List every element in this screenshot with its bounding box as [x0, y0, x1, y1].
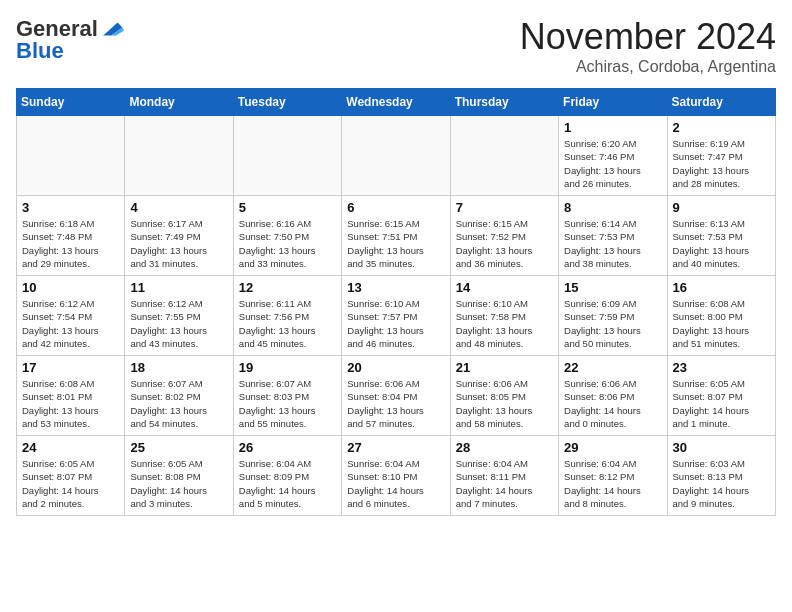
- weekday-header-monday: Monday: [125, 89, 233, 116]
- calendar-cell: 5Sunrise: 6:16 AM Sunset: 7:50 PM Daylig…: [233, 196, 341, 276]
- calendar-cell: 14Sunrise: 6:10 AM Sunset: 7:58 PM Dayli…: [450, 276, 558, 356]
- calendar-cell: 12Sunrise: 6:11 AM Sunset: 7:56 PM Dayli…: [233, 276, 341, 356]
- day-number: 16: [673, 280, 770, 295]
- day-number: 8: [564, 200, 661, 215]
- logo: General Blue: [16, 16, 124, 64]
- day-number: 14: [456, 280, 553, 295]
- weekday-header-thursday: Thursday: [450, 89, 558, 116]
- calendar-cell: 29Sunrise: 6:04 AM Sunset: 8:12 PM Dayli…: [559, 436, 667, 516]
- calendar-cell: 4Sunrise: 6:17 AM Sunset: 7:49 PM Daylig…: [125, 196, 233, 276]
- day-info: Sunrise: 6:19 AM Sunset: 7:47 PM Dayligh…: [673, 137, 770, 190]
- day-info: Sunrise: 6:05 AM Sunset: 8:07 PM Dayligh…: [673, 377, 770, 430]
- day-number: 26: [239, 440, 336, 455]
- calendar-cell: [342, 116, 450, 196]
- calendar-week-row: 3Sunrise: 6:18 AM Sunset: 7:48 PM Daylig…: [17, 196, 776, 276]
- header: General Blue November 2024 Achiras, Cord…: [16, 16, 776, 76]
- day-number: 23: [673, 360, 770, 375]
- day-number: 1: [564, 120, 661, 135]
- day-info: Sunrise: 6:03 AM Sunset: 8:13 PM Dayligh…: [673, 457, 770, 510]
- calendar-cell: 19Sunrise: 6:07 AM Sunset: 8:03 PM Dayli…: [233, 356, 341, 436]
- location: Achiras, Cordoba, Argentina: [520, 58, 776, 76]
- day-number: 20: [347, 360, 444, 375]
- day-number: 12: [239, 280, 336, 295]
- calendar-cell: [125, 116, 233, 196]
- day-number: 4: [130, 200, 227, 215]
- calendar-cell: 2Sunrise: 6:19 AM Sunset: 7:47 PM Daylig…: [667, 116, 775, 196]
- calendar-cell: 7Sunrise: 6:15 AM Sunset: 7:52 PM Daylig…: [450, 196, 558, 276]
- day-number: 21: [456, 360, 553, 375]
- day-number: 27: [347, 440, 444, 455]
- logo-icon: [100, 17, 124, 41]
- calendar-cell: 8Sunrise: 6:14 AM Sunset: 7:53 PM Daylig…: [559, 196, 667, 276]
- calendar-cell: 18Sunrise: 6:07 AM Sunset: 8:02 PM Dayli…: [125, 356, 233, 436]
- day-info: Sunrise: 6:04 AM Sunset: 8:10 PM Dayligh…: [347, 457, 444, 510]
- calendar-cell: [17, 116, 125, 196]
- day-number: 17: [22, 360, 119, 375]
- day-number: 29: [564, 440, 661, 455]
- calendar-cell: 1Sunrise: 6:20 AM Sunset: 7:46 PM Daylig…: [559, 116, 667, 196]
- calendar-cell: 26Sunrise: 6:04 AM Sunset: 8:09 PM Dayli…: [233, 436, 341, 516]
- day-info: Sunrise: 6:13 AM Sunset: 7:53 PM Dayligh…: [673, 217, 770, 270]
- day-info: Sunrise: 6:18 AM Sunset: 7:48 PM Dayligh…: [22, 217, 119, 270]
- calendar-cell: 27Sunrise: 6:04 AM Sunset: 8:10 PM Dayli…: [342, 436, 450, 516]
- calendar-cell: 30Sunrise: 6:03 AM Sunset: 8:13 PM Dayli…: [667, 436, 775, 516]
- calendar-cell: 25Sunrise: 6:05 AM Sunset: 8:08 PM Dayli…: [125, 436, 233, 516]
- calendar-cell: 16Sunrise: 6:08 AM Sunset: 8:00 PM Dayli…: [667, 276, 775, 356]
- calendar-cell: 20Sunrise: 6:06 AM Sunset: 8:04 PM Dayli…: [342, 356, 450, 436]
- month-title: November 2024: [520, 16, 776, 58]
- day-number: 28: [456, 440, 553, 455]
- calendar-week-row: 17Sunrise: 6:08 AM Sunset: 8:01 PM Dayli…: [17, 356, 776, 436]
- calendar-cell: [450, 116, 558, 196]
- day-info: Sunrise: 6:11 AM Sunset: 7:56 PM Dayligh…: [239, 297, 336, 350]
- day-info: Sunrise: 6:05 AM Sunset: 8:08 PM Dayligh…: [130, 457, 227, 510]
- day-number: 30: [673, 440, 770, 455]
- weekday-header-tuesday: Tuesday: [233, 89, 341, 116]
- weekday-header-row: SundayMondayTuesdayWednesdayThursdayFrid…: [17, 89, 776, 116]
- day-number: 9: [673, 200, 770, 215]
- day-number: 7: [456, 200, 553, 215]
- calendar-table: SundayMondayTuesdayWednesdayThursdayFrid…: [16, 88, 776, 516]
- day-info: Sunrise: 6:14 AM Sunset: 7:53 PM Dayligh…: [564, 217, 661, 270]
- calendar-cell: 13Sunrise: 6:10 AM Sunset: 7:57 PM Dayli…: [342, 276, 450, 356]
- calendar-cell: 23Sunrise: 6:05 AM Sunset: 8:07 PM Dayli…: [667, 356, 775, 436]
- day-info: Sunrise: 6:17 AM Sunset: 7:49 PM Dayligh…: [130, 217, 227, 270]
- calendar-cell: 24Sunrise: 6:05 AM Sunset: 8:07 PM Dayli…: [17, 436, 125, 516]
- day-info: Sunrise: 6:04 AM Sunset: 8:11 PM Dayligh…: [456, 457, 553, 510]
- day-number: 3: [22, 200, 119, 215]
- day-number: 22: [564, 360, 661, 375]
- day-number: 25: [130, 440, 227, 455]
- weekday-header-sunday: Sunday: [17, 89, 125, 116]
- svg-marker-0: [103, 23, 122, 36]
- day-info: Sunrise: 6:07 AM Sunset: 8:02 PM Dayligh…: [130, 377, 227, 430]
- day-number: 10: [22, 280, 119, 295]
- day-info: Sunrise: 6:09 AM Sunset: 7:59 PM Dayligh…: [564, 297, 661, 350]
- day-number: 19: [239, 360, 336, 375]
- calendar-week-row: 24Sunrise: 6:05 AM Sunset: 8:07 PM Dayli…: [17, 436, 776, 516]
- weekday-header-friday: Friday: [559, 89, 667, 116]
- day-info: Sunrise: 6:05 AM Sunset: 8:07 PM Dayligh…: [22, 457, 119, 510]
- calendar-cell: 10Sunrise: 6:12 AM Sunset: 7:54 PM Dayli…: [17, 276, 125, 356]
- calendar-cell: 9Sunrise: 6:13 AM Sunset: 7:53 PM Daylig…: [667, 196, 775, 276]
- day-info: Sunrise: 6:15 AM Sunset: 7:52 PM Dayligh…: [456, 217, 553, 270]
- day-info: Sunrise: 6:16 AM Sunset: 7:50 PM Dayligh…: [239, 217, 336, 270]
- day-info: Sunrise: 6:04 AM Sunset: 8:12 PM Dayligh…: [564, 457, 661, 510]
- day-info: Sunrise: 6:10 AM Sunset: 7:58 PM Dayligh…: [456, 297, 553, 350]
- day-info: Sunrise: 6:08 AM Sunset: 8:01 PM Dayligh…: [22, 377, 119, 430]
- calendar-cell: 28Sunrise: 6:04 AM Sunset: 8:11 PM Dayli…: [450, 436, 558, 516]
- day-info: Sunrise: 6:06 AM Sunset: 8:05 PM Dayligh…: [456, 377, 553, 430]
- weekday-header-wednesday: Wednesday: [342, 89, 450, 116]
- day-number: 5: [239, 200, 336, 215]
- calendar-cell: 22Sunrise: 6:06 AM Sunset: 8:06 PM Dayli…: [559, 356, 667, 436]
- title-section: November 2024 Achiras, Cordoba, Argentin…: [520, 16, 776, 76]
- calendar-cell: 3Sunrise: 6:18 AM Sunset: 7:48 PM Daylig…: [17, 196, 125, 276]
- calendar-week-row: 10Sunrise: 6:12 AM Sunset: 7:54 PM Dayli…: [17, 276, 776, 356]
- day-info: Sunrise: 6:04 AM Sunset: 8:09 PM Dayligh…: [239, 457, 336, 510]
- calendar-cell: 17Sunrise: 6:08 AM Sunset: 8:01 PM Dayli…: [17, 356, 125, 436]
- day-info: Sunrise: 6:06 AM Sunset: 8:06 PM Dayligh…: [564, 377, 661, 430]
- day-number: 24: [22, 440, 119, 455]
- day-info: Sunrise: 6:12 AM Sunset: 7:54 PM Dayligh…: [22, 297, 119, 350]
- calendar-week-row: 1Sunrise: 6:20 AM Sunset: 7:46 PM Daylig…: [17, 116, 776, 196]
- day-info: Sunrise: 6:08 AM Sunset: 8:00 PM Dayligh…: [673, 297, 770, 350]
- day-number: 15: [564, 280, 661, 295]
- calendar-cell: [233, 116, 341, 196]
